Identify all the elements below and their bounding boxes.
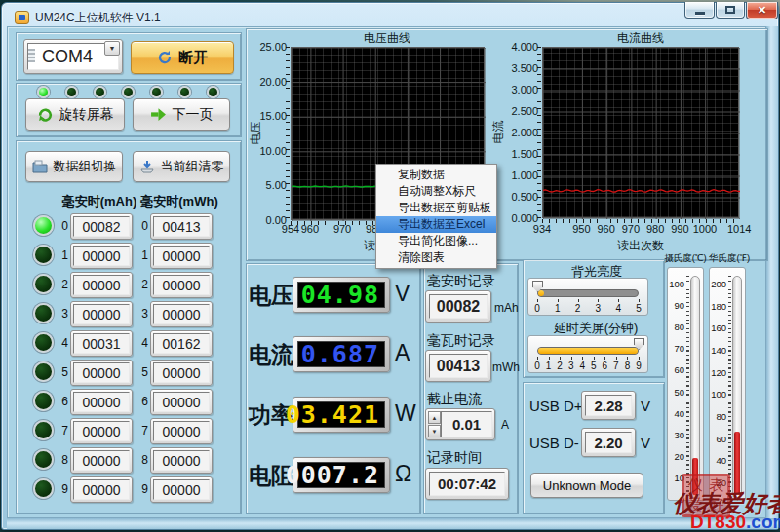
thermo-0-label-7: 30: [669, 430, 684, 440]
title-bar[interactable]: UM24C上位机软件 V1.1: [2, 3, 780, 27]
slider-tickmark-7: [616, 357, 617, 360]
slider-tickmark-5: [594, 357, 595, 360]
usb-dplus-label: USB D+: [529, 398, 583, 414]
charge-mode-label: Unknown Mode: [543, 478, 631, 493]
record-time-label: 记录时间: [427, 449, 482, 467]
slider-track[interactable]: [537, 289, 639, 297]
row-led-1: [33, 245, 54, 265]
menu-item-3[interactable]: 导出数据至Excel: [376, 216, 496, 233]
status-led-4: [150, 86, 163, 98]
slider-tickmark-0: [537, 299, 538, 302]
row-index-mah-7: 7: [57, 424, 68, 437]
chart-title-0: 电压曲线: [364, 30, 410, 47]
mah-field-9: 00000: [70, 476, 133, 503]
thermo-1-label-2: 160: [711, 323, 726, 333]
ytick-1-8: 4.000: [497, 41, 538, 53]
usb-dplus-field: 2.28: [581, 391, 636, 420]
clear-group-button[interactable]: 当前组清零: [133, 151, 230, 182]
slider-tickmark-6: [604, 357, 605, 360]
thermo-1-label-3: 140: [711, 345, 726, 356]
slider-tickmark-3: [571, 357, 572, 360]
row-index-mah-8: 8: [57, 453, 68, 467]
slider-ticklabel-3: 3: [568, 361, 574, 371]
mwh-value-5: 00000: [153, 362, 210, 383]
row-led-0: [33, 215, 54, 236]
menu-item-4[interactable]: 导出简化图像...: [376, 233, 496, 249]
mah-value-5: 00000: [73, 362, 130, 383]
ytick-1-1: 0.500: [497, 191, 538, 203]
menu-item-1[interactable]: 自动调整X标尺: [376, 183, 496, 200]
thermo-1-label-5: 100: [711, 389, 726, 399]
row-led-6: [33, 391, 54, 411]
xtick-1-6: 1000: [693, 223, 717, 235]
cutoff-current-value[interactable]: 0.01: [441, 411, 492, 437]
row-led-4: [33, 332, 54, 353]
rotate-screen-label: 旋转屏幕: [59, 106, 114, 124]
slider-ticklabel-4: 4: [579, 361, 585, 371]
backlight-slider[interactable]: 012345: [527, 278, 648, 316]
rotate-screen-button[interactable]: 旋转屏幕: [25, 98, 125, 131]
thermo-1-label-1: 180: [711, 301, 726, 312]
row-led-8: [33, 449, 54, 470]
xtick-0-2: 970: [331, 223, 354, 235]
menu-item-0[interactable]: 复制数据: [376, 167, 496, 183]
slider-ticklabel-4: 4: [615, 303, 621, 314]
mwh-field-3: 00000: [150, 301, 213, 327]
row-index-mwh-3: 3: [136, 307, 148, 321]
disconnect-label: 断开: [178, 49, 208, 67]
slider-ticklabel-9: 9: [636, 361, 642, 371]
fahrenheit-title: 华氏度(℉): [709, 252, 750, 265]
window-bottom-border: [7, 518, 778, 529]
slider-tickmark-1: [558, 299, 559, 302]
chart-plot-1[interactable]: [542, 47, 739, 218]
menu-item-2[interactable]: 导出数据至剪贴板: [376, 200, 496, 216]
ytick-0-5: 25.00: [246, 41, 287, 53]
row-led-7: [33, 420, 54, 440]
mah-value-6: 00000: [73, 392, 130, 412]
folder-icon: [32, 160, 48, 173]
com-port-dropdown-button[interactable]: ▼: [104, 41, 120, 56]
xtick-1-5: 990: [668, 223, 691, 235]
mwh-value-6: 00000: [153, 392, 210, 412]
xtick-0-1: 960: [298, 223, 322, 235]
screen-off-slider[interactable]: 0123456789: [527, 335, 648, 373]
mah-field-6: 00000: [70, 389, 133, 415]
thermo-0-label-1: 90: [669, 300, 684, 311]
slider-tickmark-2: [578, 299, 579, 302]
next-page-button[interactable]: 下一页: [133, 98, 230, 131]
chart-ylabel-0: 电压: [248, 122, 264, 145]
slider-ticklabel-7: 7: [613, 361, 619, 371]
disconnect-button[interactable]: 断开: [131, 41, 234, 74]
reading-display-0: 04.98: [292, 277, 390, 313]
charge-mode-button[interactable]: Unknown Mode: [530, 473, 644, 498]
mah-value-2: 00000: [73, 275, 130, 295]
mah-field-5: 00000: [70, 360, 133, 386]
thermo-0-label-0: 100: [669, 279, 684, 289]
maximize-icon: [725, 6, 735, 14]
usb-dminus-label: USB D-: [529, 435, 579, 451]
refresh-icon: [157, 50, 173, 65]
thermometer-0: 1009080706050403020100: [667, 267, 704, 501]
slider-tickmark-4: [618, 299, 619, 302]
row-index-mwh-0: 0: [136, 219, 148, 233]
mwh-value-7: 00000: [153, 421, 210, 441]
ytick-1-2: 1.000: [497, 170, 538, 181]
mwh-field-5: 00000: [150, 360, 213, 386]
close-button[interactable]: ✕: [746, 2, 778, 19]
maximize-button[interactable]: [716, 2, 745, 19]
slider-tickmark-2: [560, 357, 561, 360]
xtick-1-1: 950: [569, 223, 593, 235]
cutoff-current-label: 截止电流: [427, 391, 482, 408]
menu-item-5[interactable]: 清除图表: [376, 249, 496, 266]
spin-up-button[interactable]: ▲: [428, 411, 441, 424]
row-led-9: [33, 478, 54, 499]
thermo-1-label-7: 60: [711, 434, 726, 444]
slider-tickmark-8: [627, 357, 628, 360]
switch-group-button[interactable]: 数据组切换: [25, 151, 123, 182]
minimize-button[interactable]: [684, 2, 715, 19]
mah-field-0: 00082: [70, 213, 133, 240]
thermo-0-label-5: 50: [669, 387, 684, 398]
row-index-mwh-6: 6: [136, 395, 148, 408]
spin-down-button[interactable]: ▼: [428, 425, 441, 437]
row-index-mwh-9: 9: [136, 482, 148, 496]
